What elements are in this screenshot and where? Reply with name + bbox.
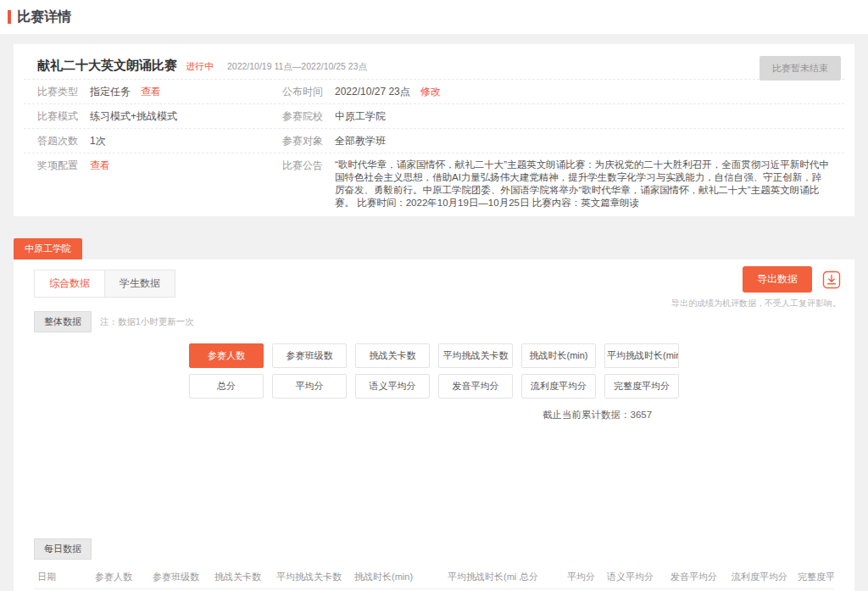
field-label: 比赛公告 — [282, 159, 323, 209]
chart-empty-space — [34, 421, 834, 538]
table-header-cell: 日期 — [34, 566, 92, 589]
table-header-cell: 完整度平均分 — [794, 566, 834, 589]
view-award-link[interactable]: 查看 — [90, 159, 110, 209]
metric-button-2[interactable]: 参赛班级数 — [272, 343, 347, 368]
table-header-cell: 发音平均分 — [667, 566, 728, 589]
field-row: 奖项配置 查看 比赛公告 “歌时代华章，诵家国情怀，献礼二十大”主题英文朗诵比赛… — [24, 153, 844, 215]
view-type-link[interactable]: 查看 — [141, 85, 161, 98]
school-tab[interactable]: 中原工学院 — [14, 238, 82, 259]
metric-grid: 参赛人数参赛班级数挑战关卡数平均挑战关卡数挑战时长(min)平均挑战时长(min… — [189, 343, 679, 399]
data-section: 中原工学院 综合数据 学生数据 导出数据 导出的成绩为机评数据，不受人工复评影响… — [14, 238, 854, 591]
table-header-cell: 语义平均分 — [604, 566, 667, 589]
table-header-cell: 参赛班级数 — [149, 566, 211, 589]
field-competition-type: 比赛类型 指定任务 查看 — [37, 85, 282, 98]
competition-title-row: 献礼二十大英文朗诵比赛 进行中 2022/10/19 11点—2022/10/2… — [24, 51, 844, 79]
field-competition-mode: 比赛模式 练习模式+挑战模式 — [37, 109, 282, 123]
metric-button-7[interactable]: 总分 — [189, 374, 264, 399]
field-label: 参赛院校 — [282, 109, 323, 123]
page-title: 比赛详情 — [17, 8, 71, 26]
competition-not-ended-button[interactable]: 比赛暂未结束 — [760, 56, 841, 81]
metric-button-8[interactable]: 平均分 — [272, 374, 347, 399]
table-header-cell: 挑战时长(min) — [351, 566, 444, 589]
field-value: 2022/10/27 23点 — [335, 85, 410, 98]
tab-student-data[interactable]: 学生数据 — [105, 270, 175, 298]
field-label: 公布时间 — [282, 85, 323, 98]
field-label: 奖项配置 — [37, 159, 78, 209]
field-attempts: 答题次数 1次 — [37, 134, 282, 148]
field-value: 练习模式+挑战模式 — [90, 109, 177, 123]
field-publish-time: 公布时间 2022/10/27 23点 修改 — [282, 85, 831, 98]
field-target: 参赛对象 全部教学班 — [282, 134, 831, 148]
table-header-cell: 平均挑战关卡数 — [273, 566, 351, 589]
table-header-cell: 参赛人数 — [92, 566, 149, 589]
modify-publish-link[interactable]: 修改 — [420, 85, 441, 98]
field-row: 比赛类型 指定任务 查看 公布时间 2022/10/27 23点 修改 — [24, 79, 844, 103]
metric-button-4[interactable]: 平均挑战关卡数 — [438, 343, 513, 368]
field-label: 参赛对象 — [282, 134, 323, 148]
data-panel: 综合数据 学生数据 导出数据 导出的成绩为机评数据，不受人工复评影响。 整体数据… — [14, 259, 854, 591]
table-header-cell: 流利度平均分 — [728, 566, 794, 589]
export-note: 导出的成绩为机评数据，不受人工复评影响。 — [671, 298, 841, 309]
daily-data-chip: 每日数据 — [34, 538, 92, 560]
table-header-cell: 平均分 — [564, 566, 604, 589]
field-value: 1次 — [90, 134, 106, 148]
field-row: 答题次数 1次 参赛对象 全部教学班 — [24, 128, 844, 153]
table-header-row: 日期参赛人数参赛班级数挑战关卡数平均挑战关卡数挑战时长(min)平均挑战时长(m… — [34, 566, 834, 589]
status-badge: 进行中 — [186, 60, 214, 73]
metric-button-10[interactable]: 发音平均分 — [438, 374, 513, 399]
field-label: 答题次数 — [37, 134, 78, 148]
metric-button-11[interactable]: 流利度平均分 — [521, 374, 596, 399]
field-label: 比赛类型 — [37, 85, 78, 98]
overall-data-row: 整体数据 注：数据1小时更新一次 — [34, 311, 834, 332]
field-notice: 比赛公告 “歌时代华章，诵家国情怀，献礼二十大”主题英文朗诵比赛：为庆祝党的二十… — [282, 159, 831, 209]
overall-data-chip: 整体数据 — [34, 311, 92, 332]
field-value: 指定任务 — [90, 85, 131, 98]
table-header-cell: 平均挑战时长(min) — [444, 566, 516, 589]
metric-button-9[interactable]: 语义平均分 — [355, 374, 430, 399]
competition-date-range: 2022/10/19 11点—2022/10/25 23点 — [227, 61, 367, 73]
field-value: 中原工学院 — [335, 109, 386, 123]
table-header-cell: 挑战关卡数 — [211, 566, 273, 589]
competition-title: 献礼二十大英文朗诵比赛 — [37, 58, 177, 74]
top-header: 比赛详情 — [0, 0, 868, 34]
daily-data-table: 日期参赛人数参赛班级数挑战关卡数平均挑战关卡数挑战时长(min)平均挑战时长(m… — [34, 566, 834, 591]
cumulative-data-text: 截止当前累计数据：3657 — [542, 409, 834, 421]
field-value: 全部教学班 — [335, 134, 386, 148]
metric-button-1[interactable]: 参赛人数 — [189, 343, 264, 368]
field-school: 参赛院校 中原工学院 — [282, 109, 831, 123]
field-label: 比赛模式 — [37, 109, 78, 123]
metric-button-3[interactable]: 挑战关卡数 — [355, 343, 430, 368]
metric-button-6[interactable]: 平均挑战时长(min) — [604, 343, 679, 368]
cumulative-label: 截止当前累计数据： — [542, 410, 631, 420]
metric-button-5[interactable]: 挑战时长(min) — [521, 343, 596, 368]
cumulative-value: 3657 — [631, 410, 653, 420]
competition-info-card: 献礼二十大英文朗诵比赛 进行中 2022/10/19 11点—2022/10/2… — [14, 44, 854, 216]
title-accent-bar — [8, 10, 11, 24]
download-icon[interactable] — [822, 270, 841, 289]
export-area: 导出数据 导出的成绩为机评数据，不受人工复评影响。 — [671, 266, 841, 309]
field-row: 比赛模式 练习模式+挑战模式 参赛院校 中原工学院 — [24, 103, 844, 128]
table-header-cell: 总分 — [516, 566, 564, 589]
tab-comprehensive-data[interactable]: 综合数据 — [34, 270, 105, 298]
competition-notice-text: “歌时代华章，诵家国情怀，献礼二十大”主题英文朗诵比赛：为庆祝党的二十大胜利召开… — [335, 159, 831, 209]
metric-button-12[interactable]: 完整度平均分 — [604, 374, 679, 399]
export-data-button[interactable]: 导出数据 — [743, 266, 812, 293]
field-award-config: 奖项配置 查看 — [37, 159, 282, 209]
daily-data-row: 每日数据 — [34, 538, 834, 560]
overall-data-note: 注：数据1小时更新一次 — [100, 316, 194, 328]
